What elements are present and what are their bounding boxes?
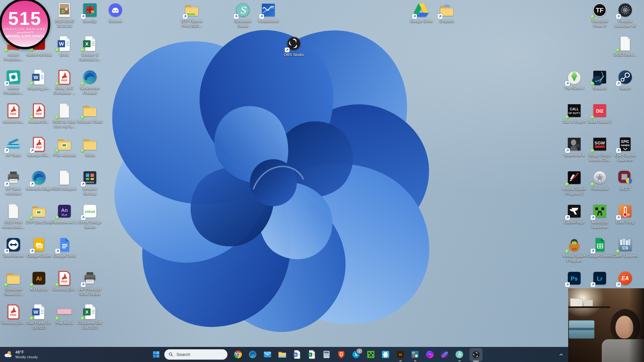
desktop-icon-call-of-duty[interactable]: CALLOF DUTYCall of Duty® [561, 103, 588, 124]
tray-chevron-icon[interactable] [557, 350, 566, 359]
desktop-icon-battlefield-4[interactable]: Battlefield 4 [561, 136, 588, 158]
di2-icon: DI2 [592, 103, 608, 119]
desktop-icon-curseforge[interactable]: CurseForge [561, 203, 588, 225]
desktop-icon-label: VersaWorks [255, 19, 282, 24]
desktop-icon-ema-llc-certificate[interactable]: PDFEMA, LLC Certificate ... [51, 69, 78, 95]
desktop-icon-transport-fever-2[interactable]: TFTransport Fever 2 [586, 2, 613, 28]
desktop-icon-label: 2012-02-02 18.35.39 [51, 19, 78, 28]
taskbar-app-messenger[interactable] [425, 350, 434, 359]
desktop-icon-remote-co[interactable]: PDFRemote_Co... [0, 304, 27, 325]
desktop-icon-rimworld[interactable]: RimWorld [586, 170, 613, 191]
desktop-icon-seniormom-football[interactable]: Seniormom Football [76, 69, 103, 95]
desktop-icon-sub-prints-11-19-2023[interactable]: WSub Prints 11-19-2023 [25, 304, 52, 330]
weather-widget[interactable]: 46°F Mostly cloudy [3, 347, 38, 362]
desktop-icon-ps[interactable]: Ps [561, 270, 588, 287]
taskbar-app-fax-scan[interactable] [381, 350, 390, 359]
taskbar-app-chrome[interactable] [233, 350, 243, 359]
desktop-icon-pink-block[interactable]: Pink Block [51, 304, 78, 325]
desktop-icon-occt[interactable]: OCCT [612, 170, 639, 191]
desktop-icon-google-sheets[interactable]: Google Sheets [586, 237, 613, 258]
taskbar-app-word[interactable]: W [292, 350, 302, 359]
desktop-icon-stellaris[interactable]: Stellaris [586, 69, 613, 91]
taskbar-app-calculator[interactable] [322, 350, 331, 359]
desktop-icon-lr[interactable]: Lr [586, 270, 613, 287]
desktop-icon-google-slides[interactable]: Google Slides [25, 237, 52, 258]
desktop-icon-paradox-launcher-v2[interactable]: Paradox Launcher v2 [612, 2, 639, 28]
start-button[interactable] [152, 350, 161, 359]
desktop-icon-label: TeamViewer [0, 254, 27, 258]
taskbar-app-excel[interactable]: X [307, 350, 316, 359]
desktop-icon-ad-layout[interactable]: AiAd Layout [25, 270, 52, 292]
taskbar-app-df-app[interactable]: DF [411, 350, 420, 359]
desktop-icon-olivia[interactable]: Olivia [76, 136, 103, 158]
sync-status-icon [4, 283, 8, 287]
taskbar-app-skype[interactable]: S1 [352, 350, 361, 359]
desktop-icon-dtf-files-to-print-515[interactable]: DTF Files to Print (515... [178, 2, 205, 28]
desktop-icon-minecraft-launcher[interactable]: Minecraft Launcher [586, 203, 613, 229]
desktop-icon-shipping-la[interactable]: Wshipping_la... [25, 69, 52, 91]
desktop-icon-customer-gift-list-2023[interactable]: XCustomer Gift List 2023 [76, 304, 103, 330]
desktop-icon-silhouette-studio-li[interactable]: Silhouette Studio Li... [0, 270, 27, 296]
desktop-icon-doc1[interactable]: WDoc1 [51, 36, 78, 57]
desktop-icon-2012-02-02-18-35-39[interactable]: 2012-02-02 18.35.39 [51, 2, 78, 28]
logo-number: 515 [8, 10, 41, 27]
taskbar-app-edge[interactable] [248, 350, 257, 359]
desktop-icon-label: Call of Duty® [561, 120, 588, 124]
desktop-icon-hp-scan-assistant[interactable]: HP Scan Assistant [0, 170, 27, 196]
desktop-icon-core-temp[interactable]: Core Temp [612, 203, 639, 225]
desktop-icon-label: Ad Layout [25, 287, 52, 292]
desktop-icon-breezip[interactable]: BreeZip [76, 2, 103, 24]
desktop-icon-steam[interactable]: Steam [612, 69, 639, 91]
desktop-icon-google-drive[interactable]: Google Drive [408, 2, 435, 24]
desktop-icon-facebook-ad-1[interactable]: AnFLAFacebook Ad 1 [51, 203, 78, 225]
desktop-icon-epic-games-launcher[interactable]: EPICGAMESEpic Games Launcher [612, 136, 639, 162]
svg-text:DI2: DI2 [596, 108, 603, 114]
desktop-icon-label: matthew-a... [0, 120, 27, 124]
discord-icon [107, 2, 123, 18]
taskbar-app-file-explorer[interactable] [278, 350, 287, 359]
desktop-icon-0923-for-libby-from-my-la[interactable]: 0923 for libby from my la... [51, 103, 78, 129]
desktop-icon-dtf-cost-data[interactable]: DTF Cost Data [25, 203, 52, 225]
desktop-icon-hp-print-and-scan-doctor[interactable]: HP Print and Scan Doctor [76, 270, 103, 296]
desktop-icon-kerbal-space-program[interactable]: Kerbal Space Program [561, 237, 588, 263]
search-box[interactable]: Search [164, 349, 227, 360]
desktop-icon-illistrator-class[interactable]: Illistrator Class [76, 103, 103, 124]
word-icon: W [31, 304, 47, 320]
desktop-icon-versaworks[interactable]: VersaWorks [255, 2, 282, 24]
taskbar-app-minecraft[interactable] [366, 350, 375, 359]
desktop-icon-adobe-photosho[interactable]: Adobe Photosho... [0, 69, 27, 95]
desktop-icon-label: PTA- Altoona [51, 153, 78, 158]
desktop-icon-cricut-design-space[interactable]: cricutCricut Design Space [76, 203, 103, 229]
taskbar-app-brave[interactable] [337, 350, 346, 359]
taskbar-app-illustrator[interactable]: Ai [396, 350, 405, 359]
taskbar-app-mail[interactable] [263, 350, 272, 359]
desktop-icon-kerbal-space-program-2[interactable]: Kerbal Space Program 2 [561, 170, 588, 196]
desktop-icon-google-docs[interactable]: Google Docs [51, 237, 78, 258]
desktop-icon-october-3-custodial-d[interactable]: XOctober 3 custodial d... [76, 36, 103, 62]
desktop-icon-munbyn-fa[interactable]: PDFMunbyn-FA... [25, 136, 52, 158]
desktop-icon-pta-altoona[interactable]: PTA- Altoona [51, 136, 78, 158]
desktop-icon-amazon-backup[interactable]: photosAmazon Backup [76, 170, 103, 196]
desktop-icon-0923-libby-prn[interactable]: 0923 libby.prn [51, 170, 78, 191]
desktop-icon-ea[interactable]: EA [612, 270, 639, 287]
desktop-icon-the-sims-4[interactable]: The Sims 4 [561, 69, 588, 91]
taskbar-app-obs-studio[interactable] [470, 348, 482, 361]
desktop-icon-discord[interactable]: Discord [102, 2, 129, 24]
desktop-icon-0913-print-mode-pack[interactable]: 0913.Print mode pack... [0, 203, 27, 229]
desktop-icon-dead-island-2[interactable]: DI2Dead Island 2 [586, 103, 613, 124]
desktop-icon-sniper-ghost-warrior-co[interactable]: SGWSniper Ghost Warrior Co... [586, 136, 613, 162]
desktop-icon-obs-studio[interactable]: OBS Studio [280, 36, 307, 57]
desktop-icon-hp-scan[interactable]: HP Scan [0, 136, 27, 158]
desktop-icon-cities-skylines[interactable]: CSCities Skylines [612, 237, 639, 258]
desktop-icon-dropbox[interactable]: Dropbox [433, 2, 460, 24]
desktop-icon-silhouette-studio[interactable]: SSilhouette Studio [229, 2, 256, 28]
desktop-icon-remote-co[interactable]: PDFRemote_Co... [51, 270, 78, 292]
desktop-icon-occt-confi[interactable]: OCCT.confi... [612, 36, 639, 57]
desktop-icon-rolllabel-2i[interactable]: PDFrolllabel-2i... [25, 103, 52, 124]
desktop-icon-teamviewer[interactable]: TeamViewer [0, 237, 27, 258]
taskbar-app-creative-swirl-app[interactable] [440, 350, 449, 359]
desktop-icon-matthew-a[interactable]: PDFmatthew-a... [0, 103, 27, 124]
excel-icon: X [82, 36, 98, 52]
desktop-icon-microsoft-edge[interactable]: Microsoft Edge [25, 170, 52, 191]
taskbar-app-silhouette-studio[interactable]: S [455, 350, 464, 359]
